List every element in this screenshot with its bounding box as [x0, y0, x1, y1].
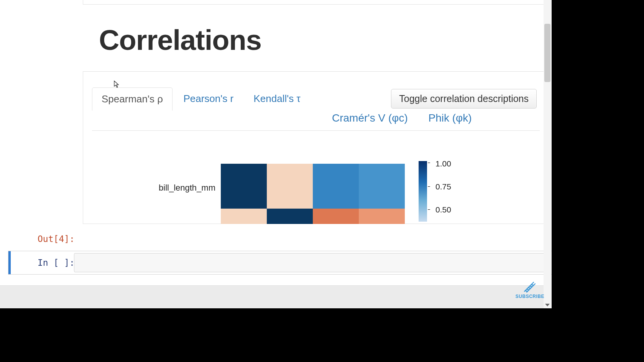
vertical-scrollbar[interactable] — [544, 0, 551, 308]
tab-phik[interactable]: Phik (φk) — [429, 112, 472, 124]
cell-run-indicator — [8, 251, 11, 274]
subscribe-badge[interactable]: SUBSCRIBE — [516, 280, 544, 299]
tab-spearman[interactable]: Spearman's ρ — [92, 87, 172, 111]
tab-kendall[interactable]: Kendall's τ — [245, 87, 310, 110]
heatmap-cell — [359, 164, 405, 209]
heatmap-cell — [221, 209, 267, 224]
svg-line-4 — [531, 285, 534, 285]
scroll-thumb[interactable] — [544, 24, 550, 82]
heatmap-cell — [267, 209, 313, 224]
subscribe-label: SUBSCRIBE — [516, 294, 544, 299]
output-top-border — [83, 0, 547, 5]
heatmap-cell — [313, 164, 359, 209]
correlation-tabs-row2: Cramér's V (φc) Phik (φk) — [332, 112, 490, 124]
heatmap-cell — [267, 164, 313, 209]
section-title: Correlations — [99, 24, 261, 56]
tab-pearson[interactable]: Pearson's r — [174, 87, 243, 110]
heatmap-cell — [221, 164, 267, 209]
svg-line-1 — [527, 289, 529, 290]
toggle-descriptions-button[interactable]: Toggle correlation descriptions — [391, 89, 537, 109]
output-prompt: Out[4]: — [38, 234, 75, 244]
heatmap-cell — [313, 209, 359, 224]
dna-icon — [522, 280, 537, 293]
letterbox-right — [552, 0, 644, 362]
svg-line-0 — [525, 291, 527, 291]
heatmap-cell — [359, 209, 405, 224]
letterbox-bottom — [0, 308, 644, 362]
input-prompt: In [ ]: — [38, 258, 75, 268]
heatmap-row-label: bill_length_mm — [139, 183, 215, 193]
colorbar-tick-label: 0.75 — [435, 182, 451, 191]
colorbar-tick-label: 1.00 — [435, 159, 451, 168]
tab-cramers-v[interactable]: Cramér's V (φc) — [332, 112, 408, 124]
tabs-divider — [92, 130, 540, 131]
colorbar — [419, 161, 427, 222]
scroll-down-arrow-icon[interactable] — [545, 302, 550, 308]
code-input[interactable] — [74, 253, 549, 272]
colorbar-tick-label: 0.50 — [435, 205, 451, 214]
notebook-footer — [0, 285, 551, 308]
svg-line-3 — [530, 286, 532, 287]
svg-line-2 — [528, 288, 531, 288]
